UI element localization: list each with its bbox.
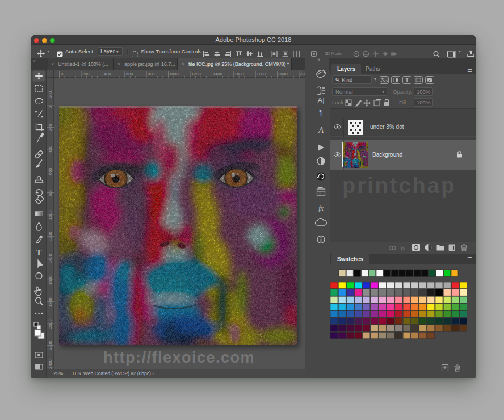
svg-text:1800: 1800 <box>48 297 53 307</box>
svg-text:1200: 1200 <box>191 72 201 77</box>
svg-text:3D Mode:: 3D Mode: <box>325 52 342 57</box>
svg-text:¶: ¶ <box>319 108 323 116</box>
svg-text:200: 200 <box>82 72 90 77</box>
svg-text:2000: 2000 <box>278 72 288 77</box>
svg-text:1400: 1400 <box>213 72 222 77</box>
svg-text:0: 0 <box>48 106 53 108</box>
svg-text:A|: A| <box>317 96 324 104</box>
svg-text:2000: 2000 <box>48 319 53 329</box>
svg-text:600: 600 <box>126 72 133 77</box>
svg-text:400: 400 <box>104 72 111 77</box>
svg-text:1000: 1000 <box>48 210 53 220</box>
svg-text:2400: 2400 <box>48 359 53 369</box>
svg-text:fx: fx <box>318 204 324 212</box>
svg-text:1000: 1000 <box>169 72 179 77</box>
svg-text:1800: 1800 <box>257 72 266 77</box>
svg-text:1600: 1600 <box>234 72 244 77</box>
svg-text:1600: 1600 <box>48 275 53 285</box>
svg-text:600: 600 <box>48 167 53 175</box>
svg-text:T: T <box>36 248 41 257</box>
svg-text:A: A <box>318 125 324 135</box>
svg-text:800: 800 <box>148 72 155 77</box>
svg-text:0: 0 <box>61 72 63 77</box>
svg-text:200: 200 <box>48 91 53 98</box>
svg-text:2200: 2200 <box>300 72 305 77</box>
svg-text:1400: 1400 <box>48 254 53 263</box>
